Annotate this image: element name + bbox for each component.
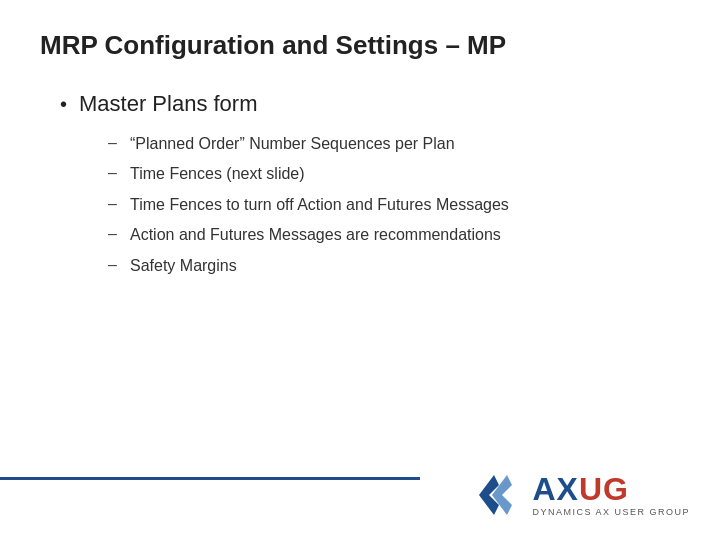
logo-name: AXUG — [532, 473, 628, 505]
logo-tagline: DYNAMICS AX USER GROUP — [532, 507, 690, 517]
logo-text: AXUG DYNAMICS AX USER GROUP — [532, 473, 690, 517]
list-item: – Time Fences to turn off Action and Fut… — [108, 194, 680, 216]
list-item: – Time Fences (next slide) — [108, 163, 680, 185]
sub-bullets-list: – “Planned Order” Number Sequences per P… — [108, 133, 680, 277]
sub-bullet-text: Safety Margins — [130, 255, 237, 277]
main-bullet-text: Master Plans form — [79, 91, 258, 117]
list-item: – Safety Margins — [108, 255, 680, 277]
dash-icon: – — [108, 195, 120, 213]
page-title: MRP Configuration and Settings – MP — [40, 30, 680, 61]
slide: MRP Configuration and Settings – MP • Ma… — [0, 0, 720, 540]
bottom-bar — [0, 477, 420, 480]
dash-icon: – — [108, 225, 120, 243]
dash-icon: – — [108, 164, 120, 182]
axug-logo-icon — [474, 470, 524, 520]
dash-icon: – — [108, 256, 120, 274]
sub-bullet-text: Action and Futures Messages are recommen… — [130, 224, 501, 246]
sub-bullet-text: “Planned Order” Number Sequences per Pla… — [130, 133, 455, 155]
logo-ug: UG — [579, 471, 629, 507]
dash-icon: – — [108, 134, 120, 152]
logo-area: AXUG DYNAMICS AX USER GROUP — [474, 470, 690, 520]
bullet-section: • Master Plans form – “Planned Order” Nu… — [60, 91, 680, 277]
bullet-dot: • — [60, 93, 67, 116]
list-item: – Action and Futures Messages are recomm… — [108, 224, 680, 246]
sub-bullet-text: Time Fences to turn off Action and Futur… — [130, 194, 509, 216]
logo-ax: AX — [532, 471, 578, 507]
main-bullet: • Master Plans form — [60, 91, 680, 117]
list-item: – “Planned Order” Number Sequences per P… — [108, 133, 680, 155]
sub-bullet-text: Time Fences (next slide) — [130, 163, 305, 185]
